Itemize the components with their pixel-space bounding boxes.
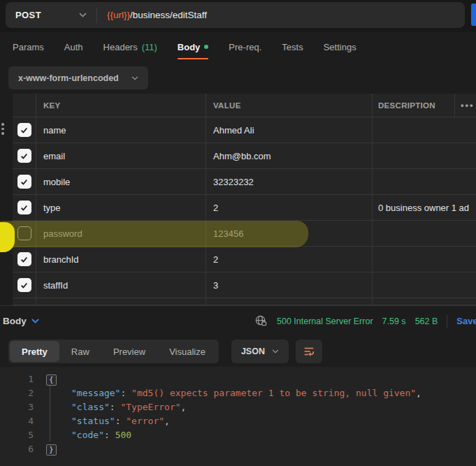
tab-params[interactable]: Params <box>13 32 44 61</box>
tab-body[interactable]: Body <box>178 32 209 61</box>
check-icon <box>20 177 29 187</box>
line-number: 2 <box>0 386 34 400</box>
view-tab-preview[interactable]: Preview <box>101 341 157 362</box>
empty-param-row[interactable] <box>0 298 476 305</box>
param-value[interactable]: 2 <box>206 195 373 221</box>
network-globe-lock-icon <box>254 314 268 328</box>
tab-tests[interactable]: Tests <box>282 32 303 61</box>
drag-handle-icon[interactable] <box>0 123 4 135</box>
tab-auth[interactable]: Auth <box>64 32 83 61</box>
wrap-text-button[interactable] <box>296 340 322 363</box>
check-icon <box>20 152 29 161</box>
request-tabs: Params Auth Headers (11) Body Pre-req. T… <box>0 32 476 61</box>
param-checkbox[interactable] <box>17 149 31 163</box>
bulk-edit-icon[interactable]: ••• <box>455 100 475 110</box>
response-size: 562 B <box>415 316 438 326</box>
param-value[interactable]: 2 <box>206 247 373 272</box>
param-key[interactable]: name <box>36 117 206 143</box>
view-tab-pretty[interactable]: Pretty <box>10 341 59 362</box>
fold-toggle-icon[interactable]: { <box>46 374 57 386</box>
body-type-selector[interactable]: x-www-form-urlencoded <box>8 66 148 89</box>
param-checkbox[interactable] <box>17 175 31 189</box>
check-icon <box>20 126 29 135</box>
column-header-description: DESCRIPTION <box>373 94 455 117</box>
check-icon <box>20 281 29 290</box>
url-input[interactable]: {{url}}/business/editStaff <box>97 10 207 20</box>
line-number: 5 <box>0 428 34 442</box>
code-line: 3 "class": "TypeError", <box>0 400 476 414</box>
tab-headers[interactable]: Headers (11) <box>103 32 157 61</box>
body-type-row: x-www-form-urlencoded <box>0 61 476 94</box>
param-checkbox[interactable] <box>17 278 31 292</box>
param-value[interactable]: 123456 <box>206 221 373 247</box>
response-section-label: Body <box>3 316 27 326</box>
param-description[interactable]: 0 business owner 1 ad <box>373 195 455 221</box>
tab-settings[interactable]: Settings <box>324 32 356 61</box>
param-key[interactable]: email <box>36 143 206 169</box>
line-number: 3 <box>0 400 34 414</box>
response-toolbar: PrettyRawPreviewVisualize JSON <box>0 336 476 367</box>
param-key[interactable]: branchId <box>36 247 206 272</box>
param-description[interactable] <box>373 221 455 247</box>
select-all-header <box>13 94 36 117</box>
format-selector[interactable]: JSON <box>231 340 289 363</box>
body-type-label: x-www-form-urlencoded <box>18 73 119 83</box>
param-key[interactable]: type <box>36 195 206 221</box>
param-description[interactable] <box>373 169 455 195</box>
chevron-down-icon <box>79 13 87 17</box>
response-body-viewer: 1 { 2 "message": "md5() expects paramete… <box>0 367 476 466</box>
param-checkbox[interactable] <box>17 252 31 266</box>
param-key[interactable]: staffId <box>36 272 206 298</box>
code-line: 2 "message": "md5() expects parameter 1 … <box>0 386 476 400</box>
code-line: 4 "status": "error", <box>0 414 476 428</box>
method-label: POST <box>15 10 41 20</box>
check-icon <box>20 255 29 264</box>
response-body-dropdown[interactable]: Body <box>3 306 39 336</box>
param-key[interactable]: password <box>36 221 206 247</box>
response-time: 7.59 s <box>382 316 406 326</box>
column-header-value: VALUE <box>206 94 373 117</box>
check-icon <box>20 203 29 212</box>
param-value[interactable]: Ahm@bb.com <box>206 143 373 169</box>
chevron-down-icon <box>131 76 138 80</box>
param-description[interactable] <box>373 272 455 298</box>
param-row: name Ahmed Ali <box>0 117 476 143</box>
tab-prereq[interactable]: Pre-req. <box>229 32 261 61</box>
column-header-key: KEY <box>36 94 206 117</box>
status-badge: 500 Internal Server Error <box>277 316 373 326</box>
url-path: /business/editStaff <box>130 10 207 20</box>
param-description[interactable] <box>373 117 455 143</box>
param-description[interactable] <box>373 247 455 272</box>
param-checkbox[interactable] <box>17 201 31 214</box>
send-button[interactable] <box>471 3 476 26</box>
code-line: 6 } <box>0 442 476 456</box>
chevron-down-icon <box>272 349 279 354</box>
param-row: mobile 32323232 <box>0 169 476 195</box>
save-response-button[interactable]: Save <box>456 316 476 326</box>
param-checkbox[interactable] <box>17 123 31 137</box>
view-tab-visualize[interactable]: Visualize <box>157 341 217 362</box>
format-label: JSON <box>241 347 265 356</box>
param-row: type 2 0 business owner 1 ad <box>0 195 476 221</box>
postman-request-view: POST {{url}}/business/editStaff Params A… <box>0 0 476 466</box>
param-row: staffId 3 <box>0 272 476 298</box>
fold-guide-line <box>50 386 50 442</box>
response-view-tabs: PrettyRawPreviewVisualize <box>8 340 219 363</box>
param-value[interactable]: 32323232 <box>206 169 373 195</box>
param-checkbox[interactable] <box>17 226 31 240</box>
divider <box>447 315 447 328</box>
view-tab-raw[interactable]: Raw <box>59 341 101 362</box>
param-key[interactable]: mobile <box>36 169 206 195</box>
param-row: email Ahm@bb.com <box>0 143 476 169</box>
param-value[interactable]: 3 <box>206 272 373 298</box>
params-table: KEY VALUE DESCRIPTION ••• name Ahmed Ali… <box>0 94 476 305</box>
url-container: POST {{url}}/business/editStaff <box>6 2 465 28</box>
fold-toggle-icon[interactable]: } <box>46 444 57 456</box>
body-content-dot <box>204 45 208 49</box>
method-selector[interactable]: POST <box>6 10 96 20</box>
param-description[interactable] <box>373 143 455 169</box>
chevron-down-icon <box>31 319 39 323</box>
param-value[interactable]: Ahmed Ali <box>206 117 373 143</box>
wrap-text-icon <box>303 345 315 358</box>
response-meta: 500 Internal Server Error 7.59 s 562 B S… <box>254 306 476 336</box>
